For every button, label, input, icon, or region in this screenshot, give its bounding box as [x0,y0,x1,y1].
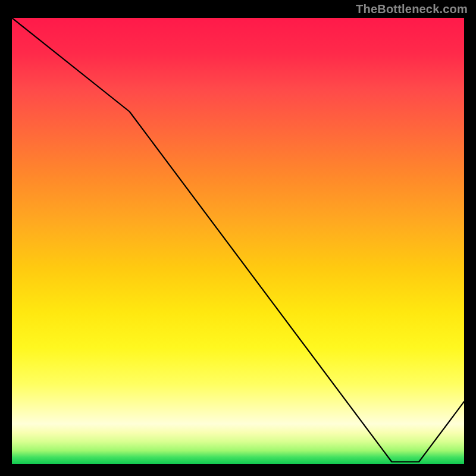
chart-line [12,18,464,464]
chart-plot-area [12,18,464,464]
watermark-text: TheBottleneck.com [356,2,468,16]
